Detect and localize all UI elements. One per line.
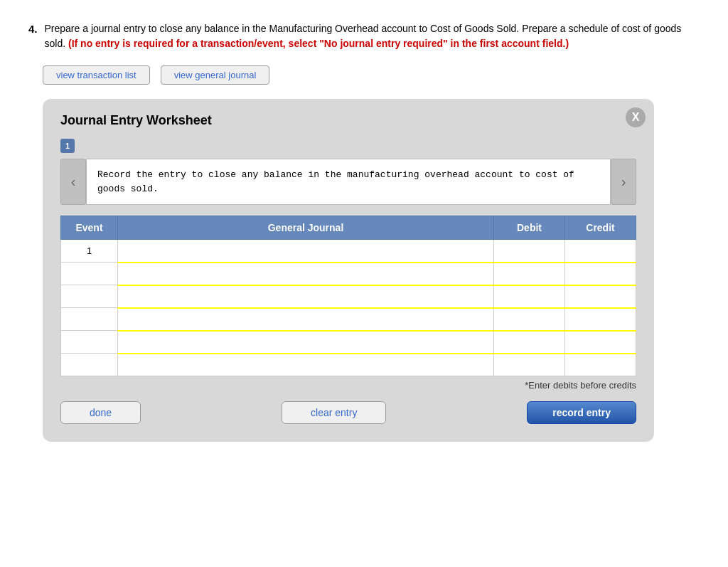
record-entry-button[interactable]: record entry <box>527 401 636 424</box>
event-cell <box>61 263 118 285</box>
table-row <box>61 354 636 376</box>
table-row <box>61 331 636 354</box>
hint-text: *Enter debits before credits <box>60 380 636 391</box>
debit-cell[interactable] <box>494 331 565 354</box>
top-button-row: view transaction list view general journ… <box>43 65 700 85</box>
close-button[interactable]: X <box>626 107 646 127</box>
table-row <box>61 285 636 308</box>
debit-cell[interactable] <box>494 240 565 263</box>
clear-entry-button[interactable]: clear entry <box>282 401 386 424</box>
credit-cell[interactable] <box>565 285 636 308</box>
table-row <box>61 263 636 285</box>
event-cell: 1 <box>61 240 118 263</box>
view-general-journal-button[interactable]: view general journal <box>161 65 270 85</box>
col-header-credit: Credit <box>565 216 636 240</box>
step-badge: 1 <box>60 139 75 153</box>
nav-left-button[interactable]: ‹ <box>60 159 86 205</box>
debit-cell[interactable] <box>494 354 565 376</box>
col-header-debit: Debit <box>494 216 565 240</box>
journal-cell[interactable] <box>118 263 494 285</box>
question-text-highlight: (If no entry is required for a transacti… <box>68 38 569 49</box>
table-row <box>61 308 636 331</box>
view-transaction-list-button[interactable]: view transaction list <box>43 65 150 85</box>
worksheet-container: X Journal Entry Worksheet 1 ‹ Record the… <box>43 99 654 442</box>
credit-cell[interactable] <box>565 308 636 331</box>
debit-cell[interactable] <box>494 263 565 285</box>
journal-table: Event General Journal Debit Credit 1 <box>60 216 636 376</box>
instruction-text: Record the entry to close any balance in… <box>86 159 611 205</box>
bottom-buttons: done clear entry record entry <box>60 401 636 424</box>
table-row: 1 <box>61 240 636 263</box>
col-header-event: Event <box>61 216 118 240</box>
credit-cell[interactable] <box>565 263 636 285</box>
question-number: 4. <box>28 21 38 51</box>
debit-cell[interactable] <box>494 308 565 331</box>
credit-cell[interactable] <box>565 331 636 354</box>
instruction-row: ‹ Record the entry to close any balance … <box>60 159 636 205</box>
worksheet-title: Journal Entry Worksheet <box>60 113 636 128</box>
journal-cell[interactable] <box>118 308 494 331</box>
journal-cell[interactable] <box>118 285 494 308</box>
event-cell <box>61 331 118 354</box>
done-button[interactable]: done <box>60 401 141 424</box>
nav-right-button[interactable]: › <box>611 159 636 205</box>
credit-cell[interactable] <box>565 240 636 263</box>
event-cell <box>61 354 118 376</box>
col-header-journal: General Journal <box>118 216 494 240</box>
question-text: Prepare a journal entry to close any bal… <box>45 21 700 51</box>
journal-cell[interactable] <box>118 240 494 263</box>
event-cell <box>61 308 118 331</box>
journal-cell[interactable] <box>118 354 494 376</box>
credit-cell[interactable] <box>565 354 636 376</box>
center-buttons: clear entry <box>141 401 527 424</box>
event-cell <box>61 285 118 308</box>
journal-cell[interactable] <box>118 331 494 354</box>
debit-cell[interactable] <box>494 285 565 308</box>
